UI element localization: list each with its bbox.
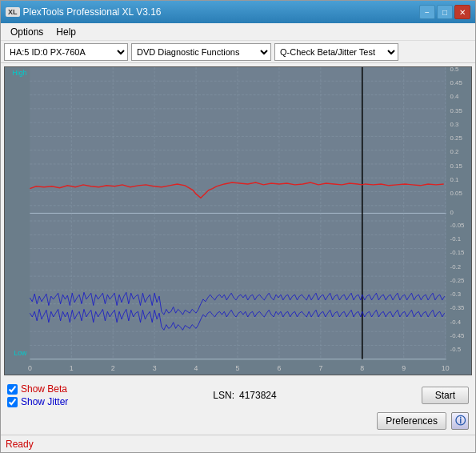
close-button[interactable]: ✕ bbox=[454, 5, 470, 19]
svg-text:0.1: 0.1 bbox=[450, 176, 459, 183]
svg-text:9: 9 bbox=[402, 364, 406, 372]
svg-text:0.45: 0.45 bbox=[450, 79, 462, 86]
svg-text:0.3: 0.3 bbox=[450, 121, 459, 128]
svg-text:0.05: 0.05 bbox=[450, 190, 462, 197]
svg-text:-0.1: -0.1 bbox=[450, 235, 461, 243]
svg-text:0: 0 bbox=[450, 209, 454, 216]
show-beta-text: Show Beta bbox=[21, 383, 67, 395]
svg-text:-0.5: -0.5 bbox=[450, 346, 461, 353]
svg-text:Low: Low bbox=[14, 349, 27, 357]
toolbar: HA:5 ID:0 PX-760A DVD Diagnostic Functio… bbox=[1, 41, 475, 63]
svg-text:1: 1 bbox=[70, 364, 74, 372]
menu-help[interactable]: Help bbox=[50, 25, 82, 39]
svg-text:8: 8 bbox=[360, 364, 364, 372]
svg-text:10: 10 bbox=[442, 364, 450, 372]
svg-text:-0.05: -0.05 bbox=[450, 222, 465, 229]
svg-text:-0.45: -0.45 bbox=[450, 332, 465, 339]
title-bar-left: XL PlexTools Professional XL V3.16 bbox=[6, 6, 162, 18]
chart-svg: High Low 0.5 0.45 0.4 0.35 0.3 0.25 0.2 … bbox=[5, 67, 471, 375]
lsn-value: 4173824 bbox=[239, 390, 277, 401]
start-button[interactable]: Start bbox=[422, 387, 469, 404]
show-beta-checkbox[interactable] bbox=[7, 384, 18, 395]
function-select[interactable]: DVD Diagnostic Functions bbox=[131, 43, 271, 61]
svg-text:2: 2 bbox=[111, 364, 115, 372]
svg-text:0.25: 0.25 bbox=[450, 134, 462, 142]
chart-container: High Low 0.5 0.45 0.4 0.35 0.3 0.25 0.2 … bbox=[4, 66, 472, 375]
svg-text:-0.25: -0.25 bbox=[450, 277, 465, 284]
chart-inner: High Low 0.5 0.45 0.4 0.35 0.3 0.25 0.2 … bbox=[5, 67, 471, 375]
svg-text:-0.2: -0.2 bbox=[450, 263, 461, 271]
svg-text:High: High bbox=[12, 69, 26, 77]
drive-select[interactable]: HA:5 ID:0 PX-760A bbox=[4, 43, 128, 61]
svg-text:-0.4: -0.4 bbox=[450, 319, 462, 326]
svg-text:3: 3 bbox=[153, 364, 157, 372]
status-text: Ready bbox=[6, 439, 34, 450]
svg-text:0.15: 0.15 bbox=[450, 162, 462, 170]
maximize-button[interactable]: □ bbox=[437, 5, 453, 19]
preferences-button[interactable]: Preferences bbox=[377, 412, 446, 430]
controls-row-2: Preferences ⓘ bbox=[7, 412, 469, 430]
svg-text:-0.15: -0.15 bbox=[450, 249, 465, 256]
app-logo: XL bbox=[6, 7, 20, 17]
menu-bar: Options Help bbox=[1, 23, 475, 41]
svg-text:0.2: 0.2 bbox=[450, 149, 459, 156]
title-bar-controls: − □ ✕ bbox=[419, 5, 470, 19]
lsn-area: LSN: 4173824 bbox=[213, 390, 276, 401]
minimize-button[interactable]: − bbox=[419, 5, 435, 19]
svg-text:-0.35: -0.35 bbox=[450, 304, 465, 311]
show-beta-label[interactable]: Show Beta bbox=[7, 383, 68, 395]
svg-text:0.4: 0.4 bbox=[450, 93, 460, 100]
lsn-label: LSN: bbox=[213, 390, 234, 401]
svg-text:0.5: 0.5 bbox=[450, 67, 459, 73]
checkbox-group: Show Beta Show Jitter bbox=[7, 383, 68, 407]
svg-text:7: 7 bbox=[318, 364, 322, 372]
svg-text:0: 0 bbox=[28, 364, 32, 372]
svg-text:0.35: 0.35 bbox=[450, 107, 462, 114]
main-window: XL PlexTools Professional XL V3.16 − □ ✕… bbox=[0, 0, 476, 453]
show-jitter-label[interactable]: Show Jitter bbox=[7, 396, 68, 407]
controls-row-1: Show Beta Show Jitter LSN: 4173824 Start bbox=[7, 383, 469, 407]
svg-text:4: 4 bbox=[194, 364, 198, 372]
svg-text:6: 6 bbox=[277, 364, 281, 372]
svg-text:5: 5 bbox=[236, 364, 240, 372]
bottom-panel: Show Beta Show Jitter LSN: 4173824 Start… bbox=[1, 379, 475, 435]
show-jitter-checkbox[interactable] bbox=[7, 397, 18, 407]
info-button[interactable]: ⓘ bbox=[451, 412, 469, 430]
menu-options[interactable]: Options bbox=[4, 25, 50, 39]
status-bar: Ready bbox=[1, 435, 475, 452]
app-title: PlexTools Professional XL V3.16 bbox=[23, 6, 162, 18]
svg-text:-0.3: -0.3 bbox=[450, 291, 461, 298]
test-select[interactable]: Q-Check Beta/Jitter Test bbox=[274, 43, 398, 61]
show-jitter-text: Show Jitter bbox=[21, 396, 68, 407]
title-bar: XL PlexTools Professional XL V3.16 − □ ✕ bbox=[1, 1, 475, 23]
